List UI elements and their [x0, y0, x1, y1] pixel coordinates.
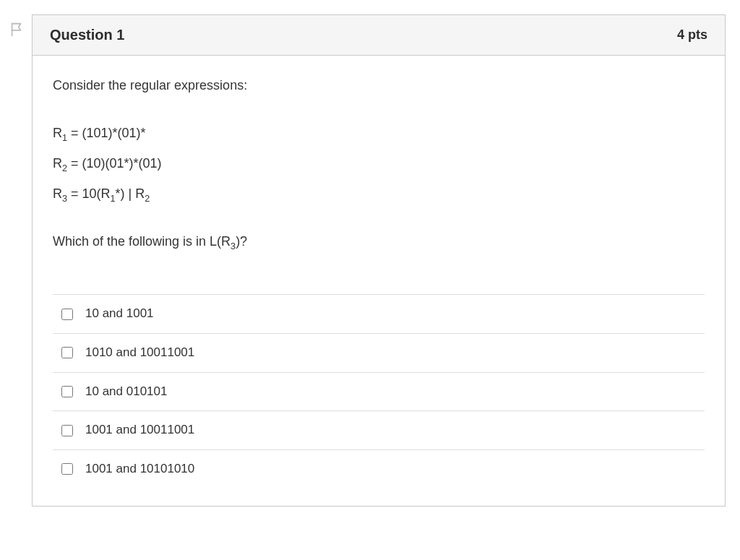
option-checkbox[interactable] — [61, 347, 73, 358]
options-list: 10 and 1001 1010 and 10011001 10 and 010… — [53, 294, 705, 488]
option-label: 10 and 010101 — [85, 383, 167, 401]
option-label: 1001 and 10011001 — [85, 421, 194, 439]
option-checkbox[interactable] — [61, 425, 73, 436]
question-points: 4 pts — [677, 27, 707, 43]
question-header: Question 1 4 pts — [33, 15, 725, 56]
question-body: Consider the regular expressions: R1 = (… — [33, 56, 725, 506]
option-row[interactable]: 10 and 1001 — [53, 294, 705, 333]
equation-r1: R1 = (101)*(01)* — [53, 124, 705, 142]
equation-block: R1 = (101)*(01)* R2 = (10)(01*)*(01) R3 … — [53, 124, 705, 203]
option-row[interactable]: 1010 and 10011001 — [53, 333, 705, 372]
question-title: Question 1 — [50, 27, 124, 43]
option-label: 1010 and 10011001 — [85, 344, 194, 362]
option-label: 10 and 1001 — [85, 305, 154, 323]
question-card: Question 1 4 pts Consider the regular ex… — [32, 14, 726, 507]
option-checkbox[interactable] — [61, 386, 73, 397]
equation-r3: R3 = 10(R1*) | R2 — [53, 184, 705, 203]
flag-icon[interactable] — [9, 22, 25, 38]
equation-r2: R2 = (10)(01*)*(01) — [53, 154, 705, 173]
question-prompt: Which of the following is in L(R3)? — [53, 232, 705, 251]
question-intro: Consider the regular expressions: — [53, 76, 705, 95]
option-row[interactable]: 10 and 010101 — [53, 372, 705, 411]
option-checkbox[interactable] — [61, 309, 73, 320]
option-checkbox[interactable] — [61, 463, 73, 475]
option-row[interactable]: 1001 and 10101010 — [53, 449, 705, 488]
option-label: 1001 and 10101010 — [85, 460, 194, 478]
option-row[interactable]: 1001 and 10011001 — [53, 410, 705, 449]
